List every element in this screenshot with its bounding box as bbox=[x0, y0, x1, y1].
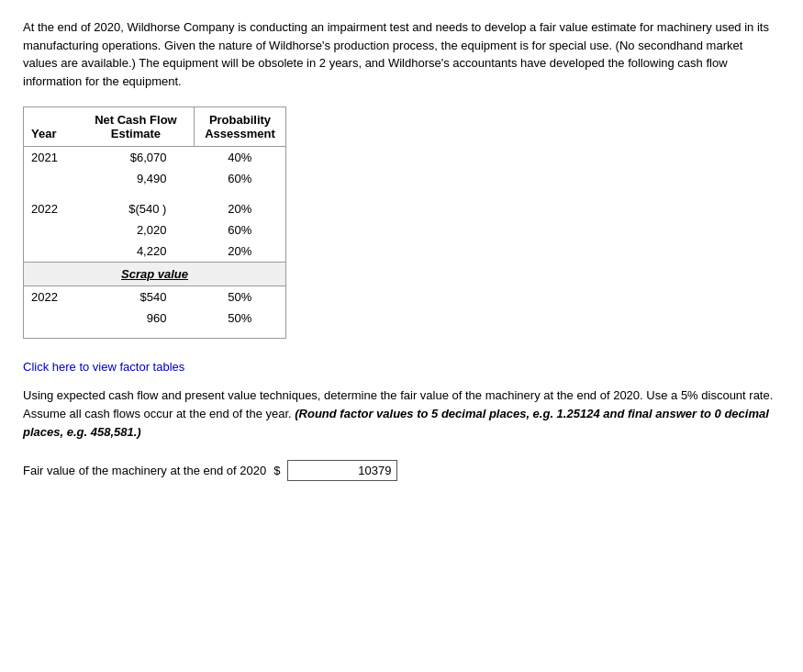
cell-year: 2021 bbox=[24, 147, 78, 169]
table-row: 2,020 60% bbox=[24, 219, 285, 241]
cell-prob: 60% bbox=[194, 219, 285, 241]
header-year: Year bbox=[24, 107, 78, 147]
table-header-row: Year Net Cash Flow Estimate Probability … bbox=[24, 107, 285, 147]
cell-year: 2022 bbox=[24, 286, 78, 308]
cell-prob: 40% bbox=[194, 147, 285, 169]
header-ncf: Net Cash Flow Estimate bbox=[78, 107, 194, 147]
cell-prob: 50% bbox=[194, 286, 285, 308]
cell-prob: 60% bbox=[194, 168, 285, 189]
fair-value-input[interactable] bbox=[287, 460, 397, 481]
fair-value-label: Fair value of the machinery at the end o… bbox=[23, 464, 266, 477]
table-row: 2022 $540 50% bbox=[24, 286, 285, 308]
cell-year bbox=[24, 308, 78, 329]
factor-tables-link[interactable]: Click here to view factor tables bbox=[23, 360, 184, 374]
scrap-header-row: Scrap value bbox=[24, 263, 285, 286]
cell-year bbox=[24, 241, 78, 263]
table-row: 4,220 20% bbox=[24, 241, 285, 263]
spacer-row bbox=[24, 189, 285, 198]
cell-ncf: $(540 ) bbox=[78, 198, 194, 219]
cell-prob: 20% bbox=[194, 241, 285, 263]
instructions-paragraph: Using expected cash flow and present val… bbox=[23, 386, 780, 442]
cell-year: 2022 bbox=[24, 198, 78, 219]
intro-paragraph: At the end of 2020, Wildhorse Company is… bbox=[23, 18, 780, 90]
cell-prob: 20% bbox=[194, 198, 285, 219]
spacer-row bbox=[24, 329, 285, 338]
cell-ncf: 2,020 bbox=[78, 219, 194, 241]
table-row: 2021 $6,070 40% bbox=[24, 147, 285, 169]
header-prob: Probability Assessment bbox=[194, 107, 285, 147]
cell-ncf: 4,220 bbox=[78, 241, 194, 263]
cell-ncf: $540 bbox=[78, 286, 194, 308]
table-row: 2022 $(540 ) 20% bbox=[24, 198, 285, 219]
cash-flow-table: Year Net Cash Flow Estimate Probability … bbox=[24, 107, 285, 338]
scrap-header-cell: Scrap value bbox=[24, 263, 285, 286]
cell-prob: 50% bbox=[194, 308, 285, 329]
table-row: 960 50% bbox=[24, 308, 285, 329]
fair-value-row: Fair value of the machinery at the end o… bbox=[23, 460, 780, 481]
cell-ncf: $6,070 bbox=[78, 147, 194, 169]
table-row: 9,490 60% bbox=[24, 168, 285, 189]
cash-flow-table-container: Year Net Cash Flow Estimate Probability … bbox=[23, 106, 286, 339]
cell-year bbox=[24, 168, 78, 189]
dollar-sign: $ bbox=[273, 464, 280, 477]
cell-year bbox=[24, 219, 78, 241]
cell-ncf: 960 bbox=[78, 308, 194, 329]
cell-ncf: 9,490 bbox=[78, 168, 194, 189]
